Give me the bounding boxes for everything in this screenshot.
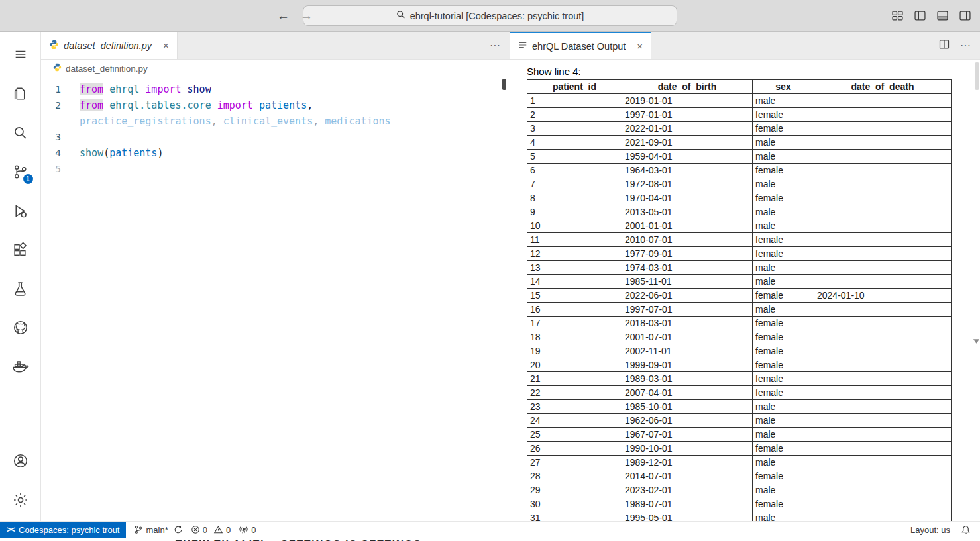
code-line[interactable]: 3	[41, 129, 510, 145]
table-cell: 2001-01-01	[622, 219, 753, 233]
table-cell: female	[753, 386, 814, 400]
panel-scrollbar[interactable]	[974, 60, 980, 521]
table-cell: 2002-11-01	[622, 344, 753, 358]
table-cell: male	[753, 136, 814, 150]
search-sidebar-icon[interactable]	[5, 117, 36, 148]
table-cell	[814, 497, 952, 511]
table-cell	[814, 469, 952, 483]
table-cell: male	[753, 177, 814, 191]
table-row: 231985-10-01male	[527, 400, 952, 414]
breadcrumb[interactable]: dataset_definition.py	[41, 60, 510, 77]
table-cell: 1959-04-01	[622, 150, 753, 164]
table-cell	[814, 205, 952, 219]
table-cell: 1964-03-01	[622, 164, 753, 177]
tab-close-icon[interactable]: ×	[637, 40, 643, 52]
code-line[interactable]: 5	[41, 161, 510, 177]
table-cell: 2	[527, 108, 622, 122]
table-cell: 2023-02-01	[622, 483, 753, 497]
code-text	[80, 161, 510, 177]
editor-group-right: ehrQL Dataset Output × ··· Show line 4: …	[510, 32, 980, 521]
toggle-panel-icon[interactable]	[937, 10, 948, 21]
forward-icon[interactable]: →	[300, 9, 313, 23]
status-bar: >< Codespaces: psychic trout main* 0 0 0…	[0, 521, 980, 538]
git-branch-icon	[134, 525, 143, 534]
left-tab-bar: dataset_definition.py × ···	[41, 32, 510, 60]
tab-dataset-definition[interactable]: dataset_definition.py ×	[41, 32, 178, 59]
tab-close-icon[interactable]: ×	[163, 40, 169, 51]
source-control-icon[interactable]: 1	[5, 156, 36, 187]
table-cell: 11	[527, 233, 622, 247]
settings-gear-icon[interactable]	[5, 484, 36, 516]
remote-indicator[interactable]: >< Codespaces: psychic trout	[0, 522, 126, 538]
toggle-secondary-sidebar-icon[interactable]	[959, 10, 971, 21]
problems-status[interactable]: 0 0	[191, 525, 231, 535]
search-icon	[396, 10, 406, 21]
command-center-search[interactable]: ehrql-tutorial [Codespaces: psychic trou…	[303, 5, 677, 26]
column-header: date_of_birth	[622, 80, 753, 94]
split-editor-icon[interactable]	[939, 39, 950, 52]
line-number	[41, 113, 80, 129]
branch-status[interactable]: main*	[134, 525, 182, 535]
table-cell: 2022-06-01	[622, 289, 753, 303]
docker-icon[interactable]	[5, 351, 36, 383]
table-cell: 2019-01-01	[622, 94, 753, 108]
accounts-icon[interactable]	[5, 445, 36, 477]
table-cell: 26	[527, 442, 622, 456]
scm-badge: 1	[23, 174, 33, 184]
explorer-icon[interactable]	[5, 77, 36, 109]
menu-icon[interactable]	[5, 38, 36, 70]
cropped-background-strip: THEW TILALITI SETTINGS IS SETTINGS	[0, 538, 980, 541]
table-cell	[814, 456, 952, 469]
table-cell: 1989-03-01	[622, 372, 753, 386]
dataset-table-container[interactable]: patient_iddate_of_birthsexdate_of_death …	[527, 79, 956, 521]
customize-layout-icon[interactable]	[892, 10, 903, 21]
toggle-sidebar-icon[interactable]	[914, 10, 926, 21]
notifications-bell-icon[interactable]	[961, 525, 971, 535]
column-header: date_of_death	[814, 80, 952, 94]
table-row-partial: 311995-05-01male	[527, 511, 952, 522]
code-line[interactable]: 2from ehrql.tables.core import patients,	[41, 97, 510, 113]
code-editor[interactable]: 1from ehrql import show2from ehrql.table…	[41, 77, 510, 521]
code-lines: 1from ehrql import show2from ehrql.table…	[41, 81, 510, 177]
table-cell	[814, 233, 952, 247]
table-row: 112010-07-01female	[527, 233, 952, 247]
code-line[interactable]: practice_registrations, clinical_events,…	[41, 113, 510, 129]
panel-scrollbar-thumb[interactable]	[975, 62, 979, 90]
command-center-label: ehrql-tutorial [Codespaces: psychic trou…	[410, 11, 584, 21]
table-row: 261990-10-01female	[527, 442, 952, 456]
remote-label: Codespaces: psychic trout	[19, 525, 119, 535]
more-actions-icon[interactable]: ···	[490, 40, 500, 52]
table-cell: 20	[527, 358, 622, 372]
table-cell: 1977-09-01	[622, 247, 753, 261]
run-debug-icon[interactable]	[5, 195, 36, 226]
line-number: 4	[41, 145, 80, 161]
titlebar: ← → ehrql-tutorial [Codespaces: psychic …	[0, 0, 980, 32]
editor-scrollbar-thumb[interactable]	[502, 79, 506, 90]
scroll-down-indicator-icon[interactable]	[973, 335, 980, 347]
code-line[interactable]: 1from ehrql import show	[41, 81, 510, 97]
table-cell: 22	[527, 386, 622, 400]
table-cell	[814, 247, 952, 261]
testing-icon[interactable]	[5, 273, 36, 305]
table-cell	[814, 150, 952, 164]
tab-ehrql-dataset-output[interactable]: ehrQL Dataset Output ×	[510, 32, 651, 59]
more-actions-icon[interactable]: ···	[960, 40, 971, 52]
ports-status[interactable]: 0	[239, 525, 256, 535]
table-cell: female	[753, 330, 814, 344]
table-row: 131974-03-01male	[527, 261, 952, 275]
sync-icon	[174, 525, 183, 534]
code-line[interactable]: 4show(patients)	[41, 145, 510, 161]
table-row: 182001-07-01female	[527, 330, 952, 344]
keyboard-layout-status[interactable]: Layout: us	[910, 525, 950, 535]
python-file-icon	[53, 63, 62, 74]
table-cell: 3	[527, 122, 622, 136]
github-icon[interactable]	[5, 312, 36, 344]
table-cell: 27	[527, 456, 622, 469]
table-cell: 12	[527, 247, 622, 261]
dataset-table: patient_iddate_of_birthsexdate_of_death …	[527, 79, 952, 521]
table-cell: 2021-09-01	[622, 136, 753, 150]
table-cell: 1985-11-01	[622, 275, 753, 289]
back-icon[interactable]: ←	[277, 9, 290, 23]
extensions-icon[interactable]	[5, 234, 36, 266]
tab-title: dataset_definition.py	[64, 40, 152, 51]
